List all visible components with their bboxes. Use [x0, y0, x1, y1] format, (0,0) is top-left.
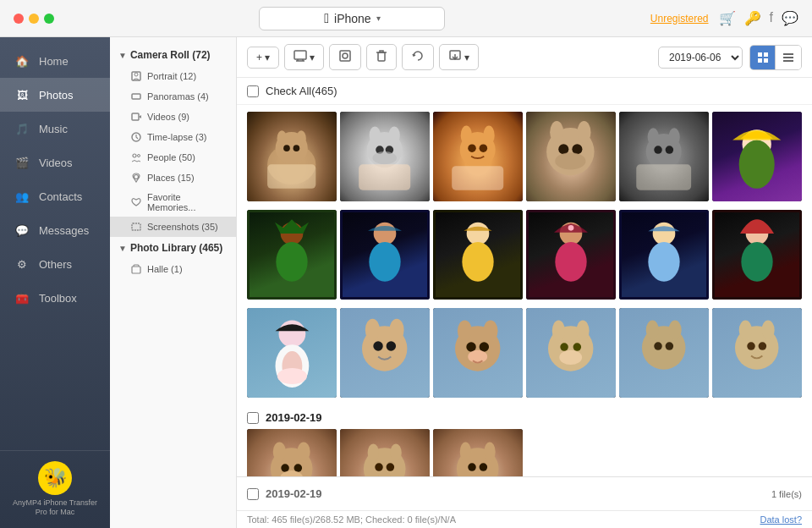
photo-item[interactable]	[340, 308, 430, 398]
photo-item[interactable]	[619, 112, 709, 201]
photo-item[interactable]	[526, 210, 616, 300]
sidebar-item-music[interactable]: 🎵 Music	[0, 112, 110, 146]
close-button[interactable]	[14, 14, 24, 24]
sidebar-item-home[interactable]: 🏠 Home	[0, 44, 110, 78]
photo-item[interactable]	[247, 210, 337, 300]
tree-item-videos[interactable]: Videos (9)	[110, 107, 236, 127]
sidebar-item-videos[interactable]: 🎬 Videos	[0, 146, 110, 179]
check-all-checkbox[interactable]	[247, 85, 259, 97]
svg-point-40	[469, 145, 477, 153]
sidebar-item-home-label: Home	[39, 55, 69, 68]
bee-icon: 🐝	[44, 467, 67, 489]
photo-item[interactable]	[619, 308, 709, 398]
photo-item[interactable]	[712, 112, 802, 201]
cart-icon[interactable]: 🛒	[719, 10, 736, 26]
photo-date-header-4: 2019-02-19	[247, 406, 802, 429]
svg-rect-12	[340, 51, 350, 61]
add-dropdown-icon: ▾	[265, 52, 270, 63]
tree-item-halle[interactable]: Halle (1)	[110, 259, 236, 279]
refresh-button[interactable]	[402, 44, 434, 70]
tree-item-people[interactable]: People (50)	[110, 147, 236, 168]
sidebar-item-messages[interactable]: 💬 Messages	[0, 213, 110, 247]
photo-item[interactable]	[340, 112, 430, 201]
svg-rect-14	[378, 52, 385, 61]
svg-point-51	[669, 129, 680, 146]
svg-point-93	[669, 321, 682, 340]
unregistered-link[interactable]: Unregistered	[650, 13, 709, 25]
photo-library-header[interactable]: ▼ Photo Library (465)	[110, 237, 236, 259]
screenshots-label: Screenshots (35)	[147, 222, 218, 232]
tree-item-panoramas[interactable]: Panoramas (4)	[110, 86, 236, 107]
delete-button[interactable]	[366, 44, 397, 70]
photo-item[interactable]	[526, 308, 616, 398]
photo-item[interactable]	[247, 112, 337, 201]
svg-point-35	[373, 151, 398, 164]
photo-item[interactable]	[340, 210, 430, 300]
photo-item[interactable]	[712, 210, 802, 300]
key-icon[interactable]: 🔑	[744, 10, 761, 26]
check-all-row: Check All(465)	[237, 78, 812, 105]
photo-library-arrow: ▼	[118, 244, 127, 253]
svg-point-47	[572, 144, 582, 154]
photo-item[interactable]	[433, 112, 523, 201]
sidebar-item-toolbox[interactable]: 🧰 Toolbox	[0, 281, 110, 315]
tree-item-places[interactable]: Places (15)	[110, 168, 236, 188]
camera-roll-arrow: ▼	[118, 51, 127, 60]
sidebar-item-photos[interactable]: 🖼 Photos	[0, 78, 110, 112]
list-view-button[interactable]	[776, 46, 801, 69]
camera-roll-header[interactable]: ▼ Camera Roll (72)	[110, 44, 236, 66]
svg-point-89	[573, 344, 582, 352]
svg-rect-10	[132, 267, 140, 273]
add-icon: +	[256, 52, 262, 63]
photo-grid-3	[247, 308, 802, 398]
people-icon	[130, 151, 142, 163]
tree-item-portrait[interactable]: Portrait (12)	[110, 66, 236, 86]
svg-point-113	[460, 443, 471, 462]
svg-point-103	[298, 443, 310, 462]
photo-item[interactable]	[526, 112, 616, 201]
svg-point-95	[666, 343, 674, 351]
section-4-checkbox[interactable]	[247, 412, 259, 424]
photos-container[interactable]: 2019-02-19	[237, 105, 812, 476]
photo-item[interactable]	[619, 210, 709, 300]
sidebar-item-others-label: Others	[39, 258, 72, 271]
photo-item[interactable]	[433, 429, 523, 476]
device-selector[interactable]:  iPhone ▾	[259, 7, 445, 30]
add-button[interactable]: + ▾	[247, 47, 279, 69]
svg-point-77	[374, 342, 383, 351]
date-selector[interactable]: 2019-06-06	[658, 47, 743, 69]
tree-item-screenshots[interactable]: Screenshots (35)	[110, 217, 236, 237]
sidebar-item-others[interactable]: ⚙ Others	[0, 247, 110, 281]
status-checkbox[interactable]	[247, 488, 259, 500]
facebook-icon[interactable]: f	[770, 10, 773, 26]
transfer-button[interactable]: ▾	[284, 44, 324, 70]
svg-point-90	[560, 350, 583, 365]
export-button[interactable]: ▾	[439, 44, 479, 70]
photo-item[interactable]	[340, 429, 430, 476]
photo-item[interactable]	[247, 429, 337, 476]
svg-point-45	[578, 121, 591, 143]
maximize-button[interactable]	[44, 14, 54, 24]
svg-point-73	[277, 368, 307, 384]
home-icon: 🏠	[14, 52, 30, 69]
photo-item[interactable]	[712, 308, 802, 398]
timelapse-label: Time-lapse (3)	[147, 132, 207, 142]
people-label: People (50)	[147, 152, 195, 162]
total-info-label: Total: 465 file(s)/268.52 MB; Checked: 0…	[247, 514, 456, 525]
tree-item-memories[interactable]: Favorite Memories...	[110, 188, 236, 217]
data-lost-link[interactable]: Data lost?	[760, 514, 802, 525]
photo-item[interactable]	[433, 210, 523, 300]
photo-item[interactable]	[433, 308, 523, 398]
minimize-button[interactable]	[29, 14, 39, 24]
sidebar-item-contacts[interactable]: 👥 Contacts	[0, 179, 110, 213]
tree-item-timelapse[interactable]: Time-lapse (3)	[110, 127, 236, 147]
svg-point-69	[741, 242, 772, 282]
svg-rect-29	[267, 165, 315, 190]
chat-icon[interactable]: 💬	[782, 10, 798, 26]
svg-point-60	[369, 242, 400, 282]
preview-button[interactable]	[329, 44, 361, 70]
grid-view-button[interactable]	[750, 46, 776, 69]
places-icon	[130, 172, 142, 184]
photo-item[interactable]	[247, 308, 337, 398]
svg-point-25	[277, 130, 287, 146]
